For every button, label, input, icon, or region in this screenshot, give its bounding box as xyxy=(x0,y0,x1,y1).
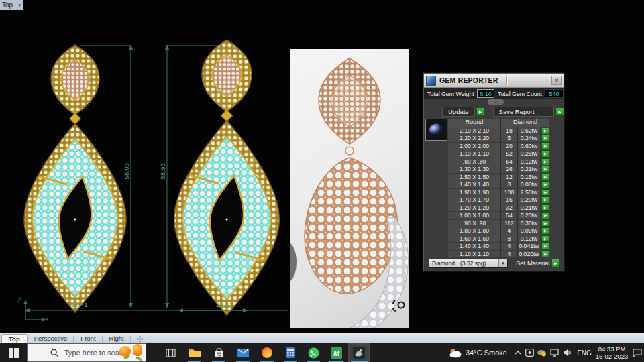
row-action-button[interactable]: ▶ xyxy=(541,166,549,173)
viewport-name: Top xyxy=(2,1,13,9)
update-go-icon[interactable]: ▶ xyxy=(476,107,485,116)
tray-overflow-chevron[interactable] xyxy=(513,343,523,362)
collapse-panel-button[interactable]: ▲ xyxy=(488,99,504,105)
gem-weight: 0.15tw xyxy=(518,174,540,181)
height-dimension-label: 58.93 xyxy=(160,162,166,179)
row-action-button[interactable]: ▶ xyxy=(541,135,549,142)
store-bag-icon xyxy=(214,348,224,358)
gem-reporter-titlebar[interactable]: GEM REPORTER xyxy=(424,74,564,88)
row-action-button[interactable]: ▶ xyxy=(541,204,549,212)
language-indicator[interactable]: ENG xyxy=(574,343,594,362)
calculator-button[interactable] xyxy=(280,343,301,362)
volume-icon[interactable] xyxy=(561,343,573,362)
row-action-button[interactable]: ▶ xyxy=(541,181,549,188)
save-report-button[interactable]: Save Report xyxy=(493,107,555,117)
gem-size: 2.00 X 2.00 xyxy=(448,143,501,150)
gem-count: 18 xyxy=(501,127,518,135)
row-action-button[interactable]: ▶ xyxy=(541,158,549,166)
set-material-go-icon[interactable]: ▶ xyxy=(551,259,560,267)
total-weight-field[interactable]: 6.10 xyxy=(477,89,494,98)
x-axis-label: x xyxy=(46,316,49,322)
whatsapp-button[interactable] xyxy=(303,343,324,362)
gem-weight: 0.20tw xyxy=(518,212,540,219)
column-diamond: Diamond xyxy=(501,119,549,127)
gem-weight: 0.041tw xyxy=(518,243,540,250)
gem-count: 54 xyxy=(501,212,518,219)
gem-count: 12 xyxy=(501,174,518,181)
row-action-button[interactable]: ▶ xyxy=(541,127,549,135)
gem-weight: 0.62tw xyxy=(518,127,540,135)
gem-size: 1.10 X 1.10 xyxy=(448,150,501,158)
gem-size: 1.20 X 1.20 xyxy=(448,204,501,212)
microsoft-store-button[interactable] xyxy=(208,343,229,362)
weather-widget[interactable] xyxy=(447,343,464,362)
cad-app-icon xyxy=(353,347,365,359)
jewelry-cad-application: Top ▼ xyxy=(0,0,644,362)
gem-weight: 0.24tw xyxy=(518,135,540,142)
onedrive-alert-icon[interactable] xyxy=(535,343,547,362)
gem-weight: 0.020tw xyxy=(518,251,540,258)
pan-viewports-icon[interactable] xyxy=(131,334,149,343)
tab-right[interactable]: Right xyxy=(103,334,131,343)
gem-size: 1.50 X 1.50 xyxy=(448,174,501,181)
row-action-button[interactable]: ▶ xyxy=(541,243,549,250)
gem-weight: 0.09tw xyxy=(518,227,540,235)
gem-count: 20 xyxy=(501,143,518,150)
dropdown-arrow-icon[interactable]: ▼ xyxy=(498,259,507,267)
gem-weight: 0.21tw xyxy=(518,166,540,173)
table-row: 1.80 X 1.80 4 0.09tw ▶ xyxy=(448,227,559,235)
gem-size: 1.30 X 1.30 xyxy=(448,166,501,173)
cad-viewport[interactable]: Top ▼ xyxy=(0,0,644,333)
matrix-app-button[interactable]: M xyxy=(325,343,347,362)
gem-preview-button[interactable] xyxy=(425,119,447,141)
active-cad-app-button[interactable] xyxy=(348,343,370,362)
panel-title: GEM REPORTER xyxy=(439,76,498,84)
network-icon[interactable] xyxy=(548,343,560,362)
table-row: 1.40 X 1.40 4 0.041tw ▶ xyxy=(448,243,559,250)
gem-count: 26 xyxy=(501,166,518,173)
row-action-button[interactable]: ▶ xyxy=(541,189,549,196)
close-icon[interactable]: × xyxy=(551,76,562,85)
row-action-button[interactable]: ▶ xyxy=(541,235,549,243)
rotate-tool-icon[interactable] xyxy=(392,298,407,314)
clock[interactable]: 04:33 PM 16-02-2023 xyxy=(594,343,629,362)
action-center-button[interactable] xyxy=(631,343,644,362)
row-action-button[interactable]: ▶ xyxy=(541,227,549,235)
weather-text[interactable]: 34°C Smoke xyxy=(466,343,507,362)
start-button[interactable] xyxy=(0,343,27,362)
column-round: Round xyxy=(448,119,501,127)
tab-perspective[interactable]: Perspective xyxy=(28,334,74,343)
row-action-button[interactable]: ▶ xyxy=(541,220,549,227)
tab-front[interactable]: Front xyxy=(74,334,102,343)
tab-top[interactable]: Top xyxy=(1,334,28,343)
mail-button[interactable] xyxy=(232,343,254,362)
svg-text:M: M xyxy=(333,349,339,357)
row-action-button[interactable]: ▶ xyxy=(541,212,549,219)
gem-weight: 0.12tw xyxy=(518,158,540,166)
folder-icon xyxy=(189,348,201,357)
gem-weight: 0.60tw xyxy=(518,143,540,150)
row-action-button[interactable]: ▶ xyxy=(541,251,549,258)
gem-count: 6 xyxy=(501,135,518,142)
row-action-button[interactable]: ▶ xyxy=(541,174,549,181)
file-explorer-button[interactable] xyxy=(184,343,205,362)
save-report-go-icon[interactable]: ▶ xyxy=(555,107,564,116)
row-action-button[interactable]: ▶ xyxy=(541,143,549,150)
gem-weight: 0.25tw xyxy=(518,150,540,158)
task-view-button[interactable] xyxy=(160,343,181,362)
viewport-title-menu[interactable]: Top ▼ xyxy=(0,0,23,10)
update-button[interactable]: Update xyxy=(442,107,475,117)
photo-earring-graphic xyxy=(290,49,409,328)
meet-now-icon[interactable] xyxy=(523,343,535,362)
set-material-label: Set Material xyxy=(516,259,550,267)
material-dropdown[interactable]: Diamond (3.52 spg) ▼ xyxy=(429,259,508,268)
calculator-icon xyxy=(286,347,295,358)
time: 04:33 PM xyxy=(596,345,629,353)
gem-count: 64 xyxy=(501,158,518,166)
search-highlight-flowers[interactable] xyxy=(118,344,149,362)
gem-size: 1.60 X 1.60 xyxy=(448,235,501,243)
firefox-button[interactable] xyxy=(256,343,278,362)
row-action-button[interactable]: ▶ xyxy=(541,150,549,158)
row-action-button[interactable]: ▶ xyxy=(541,196,549,204)
gem-weight: 0.30tw xyxy=(518,220,540,227)
